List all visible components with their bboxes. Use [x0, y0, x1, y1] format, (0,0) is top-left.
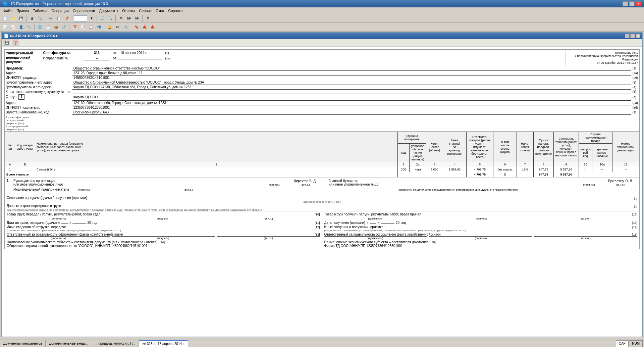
tb2-btn1[interactable]: 📊: [1, 23, 9, 31]
seller-label: Продавец:: [6, 66, 23, 70]
action1[interactable]: М: [117, 15, 125, 22]
doc-close-btn[interactable]: ✕: [636, 34, 640, 38]
tb2-btn18[interactable]: 📥: [149, 23, 156, 31]
buyer-addr-label: Адрес:: [6, 101, 16, 105]
search-btn[interactable]: 🔍: [107, 15, 114, 22]
row-origin-num: --: [579, 167, 592, 172]
tb2-btn4[interactable]: 🔧: [25, 23, 33, 31]
inn-seller-value: 1459004862/145101001: [72, 76, 631, 80]
menu-documents[interactable]: Документы: [97, 8, 120, 13]
dropdown-1[interactable]: [74, 15, 87, 21]
menu-windows[interactable]: Окна: [154, 8, 166, 13]
col-letter-4: 4: [443, 162, 467, 167]
status-tab-0[interactable]: Документы контрагентов: [0, 340, 46, 347]
action2[interactable]: М-: [125, 15, 133, 22]
menu-file[interactable]: Файл: [1, 8, 14, 13]
menu-table[interactable]: Таблица: [31, 8, 49, 13]
date-transfer-row: Дата отгрузки, передачи (сдачи) « » 20 г…: [7, 221, 320, 225]
other-transfer-row: Иные сведения об отгрузке, передаче [12]: [7, 225, 320, 229]
subject-receive-num: [19]: [431, 241, 436, 244]
menu-references[interactable]: Справочники: [71, 8, 97, 13]
duty-hint-l: (должность): [7, 217, 110, 220]
tb2-btn12[interactable]: 📬: [95, 23, 103, 31]
print-btn[interactable]: 🖨: [28, 15, 36, 22]
total-row: Всего к оплате 4 709,75 X 847,75 5 557,5…: [5, 172, 639, 177]
tb2-btn11[interactable]: 💬: [87, 23, 95, 31]
status-label: Статус:: [6, 95, 17, 99]
toolbar-2: 📊 📈 👤 🔧 🌐 📩 📦 🔗 📅 📝 💬 📬 🔔 🗂 📎 🔖 📤 📥: [0, 23, 644, 32]
col-letter-7: 7: [517, 162, 534, 167]
tb2-btn15[interactable]: 📎: [122, 23, 129, 31]
minimize-btn[interactable]: ─: [623, 1, 628, 6]
open-btn[interactable]: 📁: [9, 15, 17, 22]
doc-title-bar: 📄 № 318 от 18 апреля 2014 г. ─ □ ✕: [2, 33, 642, 39]
other-receive-hint: (информация о наличии/отсутствии претенз…: [324, 229, 638, 232]
invoice-num: 316: [84, 51, 110, 55]
row-origin-name: --: [592, 167, 612, 172]
row-total: 5 557,50: [554, 167, 579, 172]
col-letter-11: 11: [612, 162, 639, 167]
tb2-btn10[interactable]: 📝: [79, 23, 87, 31]
row-unit-code: 200: [398, 167, 410, 172]
action3[interactable]: М-: [133, 15, 141, 22]
chief-sign-hint: (подпись): [576, 183, 602, 186]
close-btn[interactable]: ✕: [636, 1, 641, 6]
new-btn[interactable]: 📄: [1, 15, 9, 22]
th-qty: Коли-чество(объем): [426, 132, 443, 162]
status-tab-3[interactable]: № 318 от 18 апреля 2014 г.: [139, 340, 188, 347]
row-excise: без акциза: [493, 167, 517, 172]
inn-buyer-ref: (6б): [631, 105, 639, 110]
col-letter-2: 2: [398, 162, 410, 167]
tb2-btn9[interactable]: 📅: [71, 23, 78, 31]
tb2-btn14[interactable]: 🗂: [114, 23, 121, 31]
inn-seller-ref: (2б): [631, 76, 639, 80]
tb2-btn8[interactable]: 🔗: [60, 23, 68, 31]
resp-transfer-label: Ответственный за правильность оформления…: [7, 233, 123, 236]
tb2-btn3[interactable]: 👤: [17, 23, 25, 31]
tb2-btn17[interactable]: 📤: [141, 23, 148, 31]
payment-ref: (5): [631, 90, 639, 94]
doc-min-btn[interactable]: ─: [625, 34, 630, 38]
tb2-btn6[interactable]: 📩: [44, 23, 52, 31]
tb2-btn16[interactable]: 🔖: [133, 23, 140, 31]
status-tab-2[interactable]: ... продажа, комиссия. П...: [91, 340, 139, 347]
window-controls: ─ □ ✕: [623, 1, 641, 6]
tb2-btn2[interactable]: 📈: [9, 23, 17, 31]
row-tax-rate: 18%: [517, 167, 534, 172]
settings-btn[interactable]: ⚙: [144, 15, 152, 22]
shipper-ref: (3): [631, 80, 639, 85]
head-fio: Директор В. Д.: [288, 179, 322, 183]
cut-btn[interactable]: ✂: [47, 15, 54, 22]
menu-edit[interactable]: Правка: [14, 8, 31, 13]
menu-operations[interactable]: Операции: [49, 8, 70, 13]
doc-content: Универсальный передаточный документ Счет…: [2, 47, 642, 337]
preview-btn[interactable]: 🔍: [36, 15, 44, 22]
menu-reports[interactable]: Отчеты: [120, 8, 137, 13]
paste-btn[interactable]: 📌: [63, 15, 70, 22]
subject-transfer-value: Общество с ограниченной ответственностью…: [7, 244, 320, 248]
doc-max-btn[interactable]: □: [630, 34, 635, 38]
doc-help-btn[interactable]: ❓: [12, 39, 19, 47]
menu-service[interactable]: Сервис: [137, 8, 154, 13]
tb2-btn5[interactable]: 🌐: [36, 23, 44, 31]
save-btn[interactable]: 💾: [17, 15, 25, 22]
refresh-btn[interactable]: 🔄: [99, 15, 106, 22]
total-tax: 847,75: [534, 172, 554, 177]
maximize-btn[interactable]: □: [629, 1, 635, 6]
cap-indicator: CAP: [616, 340, 629, 347]
th-origin: Странапроисхождениятовара: [579, 132, 612, 144]
dropdown-arrow-1[interactable]: ▼: [88, 15, 95, 22]
buyer-addr-value: 124130, Областная обл, Город г, Советска…: [72, 101, 631, 105]
th-name: Наименование товара (описаниевыполненных…: [35, 132, 398, 162]
tb2-btn7[interactable]: 📦: [52, 23, 60, 31]
table-row: 1 Светлый Эль 200 Кега 3,000 1 569,92 4 …: [5, 167, 639, 172]
tb2-btn13[interactable]: 🔔: [106, 23, 113, 31]
total-total: 5 557,50: [554, 172, 579, 177]
doc-save-btn[interactable]: 💾: [3, 39, 10, 47]
currency-label: Валюта: наименование, код: [6, 110, 49, 114]
goods-transfer-row: Товар (груз) передал / услуги, результат…: [7, 212, 320, 216]
other-transfer-hint: (ссылки на неотъемлемые приложения, сопу…: [7, 229, 320, 232]
copy-btn[interactable]: 📋: [55, 15, 62, 22]
menu-help[interactable]: Справка: [166, 8, 184, 13]
status-tab-1[interactable]: Дополнительные внеш...: [46, 340, 91, 347]
